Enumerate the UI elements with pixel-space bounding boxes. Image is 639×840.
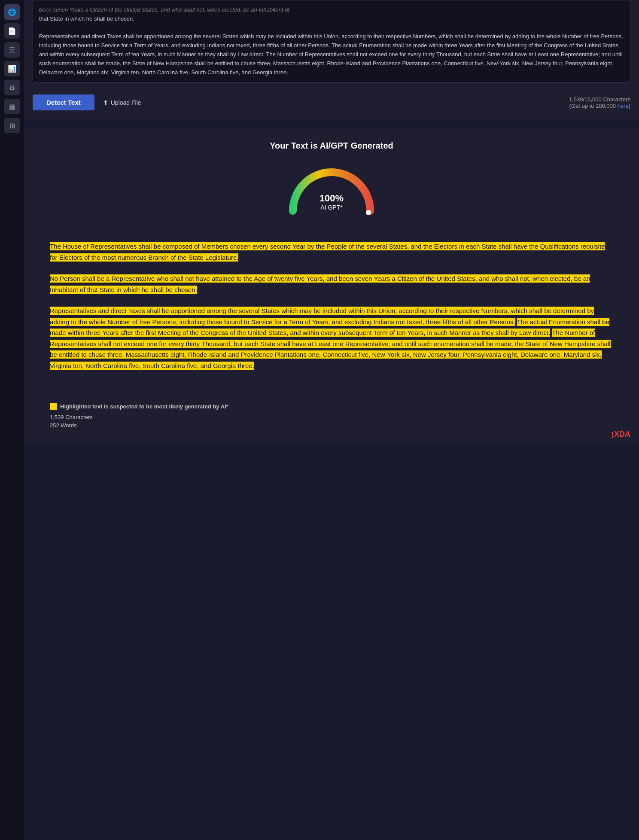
detect-text-button[interactable]: Detect Text <box>33 94 94 110</box>
text-body: Representatives and direct Taxes shall b… <box>39 33 623 75</box>
xda-text: XDA <box>614 430 630 439</box>
highlight-text-1: The House of Representatives shall be co… <box>50 242 605 262</box>
gauge-percent: 100% <box>320 193 344 204</box>
results-text-section: The House of Representatives shall be co… <box>24 241 639 394</box>
char-count-text: 1,539/15,000 Characters <box>569 96 630 103</box>
highlighted-paragraph-3: Representatives and direct Taxes shall b… <box>50 305 613 371</box>
highlighted-paragraph-1: The House of Representatives shall be co… <box>50 241 613 263</box>
text-display: been seven Years a Citizen of the United… <box>33 0 630 82</box>
word-count-stat: 252 Words <box>50 422 613 429</box>
action-bar: Detect Text ⬆ Upload File 1,539/15,000 C… <box>24 89 639 119</box>
upload-file-button[interactable]: ⬆ Upload File <box>103 99 141 106</box>
result-title: Your Text is AI/GPT Generated <box>33 141 630 151</box>
sidebar-icon-settings[interactable]: ⚙ <box>4 80 20 95</box>
sidebar-icon-grid[interactable]: ⊞ <box>4 118 20 133</box>
sidebar: 🌐 📄 ☰ 📊 ⚙ ▦ ⊞ <box>0 0 24 840</box>
text-area-wrapper[interactable]: been seven Years a Citizen of the United… <box>33 0 630 82</box>
upload-label: Upload File <box>111 99 141 106</box>
legend-box <box>50 403 57 410</box>
gauge-container: 100% AI GPT* <box>33 164 630 215</box>
char-count-stat: 1,539 Characters <box>50 414 613 420</box>
legend-text: Highlighted text is suspected to be most… <box>60 403 228 410</box>
main-content: been seven Years a Citizen of the United… <box>24 0 639 840</box>
upgrade-link[interactable]: here <box>618 103 629 109</box>
upload-icon: ⬆ <box>103 99 108 106</box>
gauge-center-text: 100% AI GPT* <box>320 193 344 211</box>
results-section: Your Text is AI/GPT Generated <box>24 128 639 241</box>
upgrade-suffix: ) <box>629 103 630 109</box>
text-second-line: that State in which he shall be chosen. <box>39 15 134 22</box>
text-input-section: been seven Years a Citizen of the United… <box>24 0 639 89</box>
footer-section: Highlighted text is suspected to be most… <box>24 394 639 443</box>
upgrade-text: (Get up to 100,000 here) <box>569 103 630 109</box>
svg-point-0 <box>366 210 371 215</box>
highlight-text-2: No Person shall be a Representative who … <box>50 274 590 294</box>
xda-bracket-icon: ] <box>611 431 613 438</box>
highlighted-paragraph-2: No Person shall be a Representative who … <box>50 273 613 295</box>
text-first-line: been seven Years a Citizen of the United… <box>39 6 289 13</box>
gauge-wrapper: 100% AI GPT* <box>284 164 379 215</box>
sidebar-icon-list[interactable]: ☰ <box>4 42 20 58</box>
legend-row: Highlighted text is suspected to be most… <box>50 403 613 410</box>
char-count-display: 1,539/15,000 Characters (Get up to 100,0… <box>569 96 630 109</box>
gauge-label: AI GPT* <box>320 204 344 211</box>
divider <box>33 119 630 119</box>
upgrade-prefix: (Get up to 100,000 <box>569 103 618 109</box>
highlight-text-3a: Representatives and direct Taxes shall b… <box>50 307 594 326</box>
sidebar-icon-file[interactable]: 📄 <box>4 23 20 39</box>
sidebar-icon-chart[interactable]: 📊 <box>4 61 20 76</box>
sidebar-icon-globe[interactable]: 🌐 <box>4 4 20 20</box>
sidebar-icon-table[interactable]: ▦ <box>4 99 20 114</box>
xda-logo: ] XDA <box>611 430 630 439</box>
